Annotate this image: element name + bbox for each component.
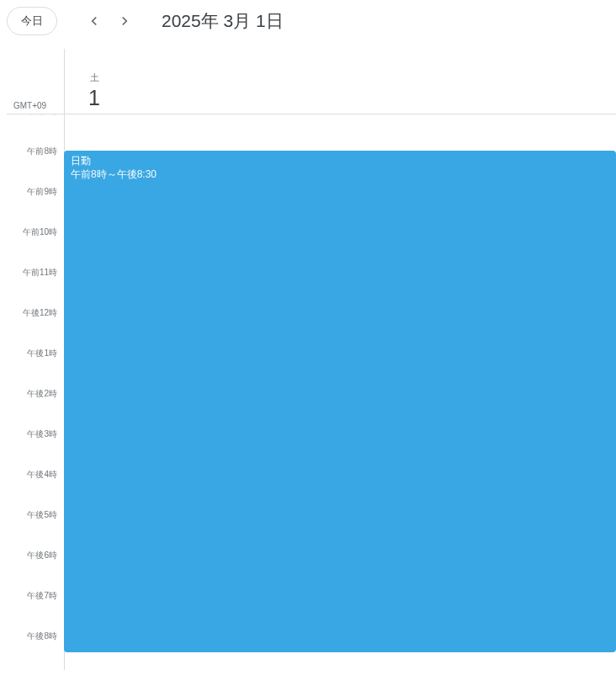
hour-row[interactable]: 午前7時 <box>7 114 616 151</box>
hour-label: 午後6時 <box>7 550 64 590</box>
hour-label: 午前8時 <box>7 146 64 186</box>
weekday-label: 土 <box>90 72 616 84</box>
hour-label: 午前11時 <box>7 267 64 307</box>
day-column-header[interactable]: 土 1 <box>64 49 616 114</box>
day-number: 1 <box>88 86 616 110</box>
hour-label: 午後3時 <box>7 428 64 469</box>
hour-label: 午後12時 <box>7 307 64 348</box>
chevron-right-icon <box>117 13 132 29</box>
calendar-body: GMT+09 土 1 午前7時午前8時午前9時午前10時午前11時午後12時午後… <box>7 49 616 670</box>
event-title: 日勤 <box>71 154 609 167</box>
hour-label: 午前10時 <box>7 226 64 267</box>
hour-label: 午後7時 <box>7 590 64 630</box>
today-button[interactable]: 今日 <box>7 7 57 35</box>
chevron-left-icon <box>87 13 102 29</box>
next-day-button[interactable] <box>111 8 138 35</box>
hour-label: 午後4時 <box>7 469 64 509</box>
date-nav <box>81 8 138 35</box>
hour-label: 午後5時 <box>7 509 64 550</box>
hour-label: 午前9時 <box>7 186 64 226</box>
time-grid[interactable]: 午前7時午前8時午前9時午前10時午前11時午後12時午後1時午後2時午後3時午… <box>7 114 616 670</box>
hour-label: 午前7時 <box>7 114 64 146</box>
hour-label: 午後1時 <box>7 348 64 388</box>
timezone-label: GMT+09 <box>13 101 46 110</box>
prev-day-button[interactable] <box>81 8 108 35</box>
hour-cell[interactable] <box>64 114 616 151</box>
calendar-header: 今日 2025年 3月 1日 <box>0 0 616 49</box>
hour-label: 午後8時 <box>7 630 64 670</box>
date-title: 2025年 3月 1日 <box>162 9 284 33</box>
event-time: 午前8時～午後8:30 <box>71 167 609 181</box>
hour-label: 午後2時 <box>7 388 64 428</box>
day-header-row: GMT+09 土 1 <box>7 49 616 114</box>
calendar-event[interactable]: 日勤 午前8時～午後8:30 <box>64 151 616 652</box>
